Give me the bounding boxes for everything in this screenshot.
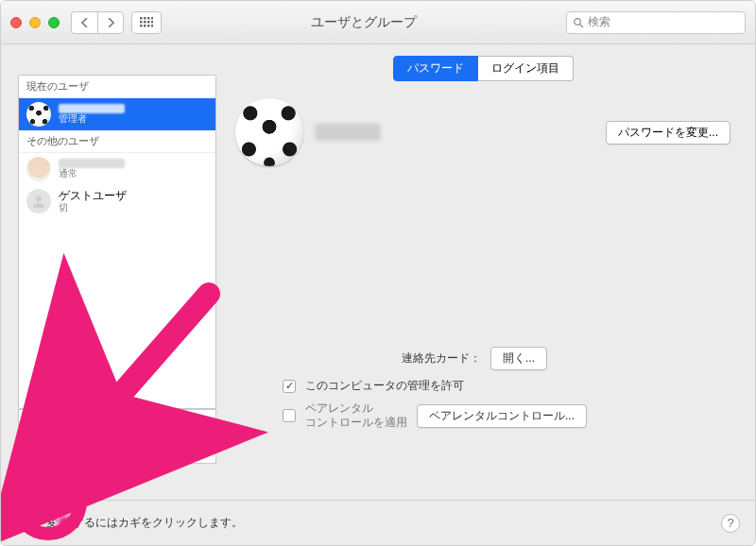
user-row-current[interactable]: 管理者 bbox=[19, 98, 215, 130]
parental-label-line2: コントロールを適用 bbox=[305, 416, 407, 430]
user-row-guest[interactable]: ゲストユーザ 切 bbox=[19, 185, 215, 217]
login-options-row[interactable]: ログイ ション bbox=[18, 409, 216, 441]
open-parental-controls-button[interactable]: ペアレンタルコントロール... bbox=[417, 404, 587, 428]
lock-hint-suffix: するにはカギをクリックします。 bbox=[73, 515, 243, 531]
show-all-prefs-button[interactable] bbox=[131, 11, 162, 34]
section-other-users: その他のユーザ bbox=[19, 130, 215, 153]
svg-rect-4 bbox=[140, 21, 143, 24]
spacer bbox=[68, 441, 215, 463]
window-controls bbox=[10, 17, 60, 28]
grid-icon bbox=[140, 17, 153, 28]
svg-point-12 bbox=[575, 18, 581, 25]
search-icon bbox=[573, 17, 584, 28]
svg-rect-9 bbox=[144, 25, 146, 27]
login-options-label-prefix: ログイ bbox=[51, 418, 85, 434]
main-pane: パスワード ログイン項目 パスワードを変更... 連絡先カード： 開く... こ… bbox=[228, 56, 738, 545]
remove-user-button[interactable]: − bbox=[43, 441, 68, 463]
contacts-card-label: 連絡先カード： bbox=[235, 350, 481, 367]
guest-user-name: ゲストユーザ bbox=[59, 189, 127, 202]
user-role: 通常 bbox=[59, 168, 125, 179]
window-title: ユーザとグループ bbox=[162, 14, 566, 31]
svg-rect-0 bbox=[140, 17, 143, 20]
obscured-text bbox=[93, 418, 159, 432]
help-button[interactable]: ? bbox=[721, 514, 740, 533]
svg-rect-2 bbox=[147, 17, 150, 20]
svg-rect-7 bbox=[151, 21, 153, 24]
add-remove-row: ＋ − bbox=[18, 441, 216, 464]
svg-rect-1 bbox=[144, 17, 146, 20]
section-current-user: 現在のユーザ bbox=[19, 76, 215, 98]
footer: 変 するにはカギをクリックします。 ? bbox=[1, 500, 755, 545]
svg-rect-5 bbox=[144, 21, 146, 24]
guest-user-state: 切 bbox=[59, 202, 127, 213]
svg-point-14 bbox=[36, 196, 42, 202]
allow-admin-label: このコンピュータの管理を許可 bbox=[305, 378, 464, 394]
svg-line-13 bbox=[580, 24, 583, 26]
tab-bar: パスワード ログイン項目 bbox=[228, 56, 738, 81]
lock-hint-prefix: 変 bbox=[46, 515, 58, 531]
sidebar: 現在のユーザ 管理者 その他のユーザ 通常 bbox=[18, 75, 216, 545]
back-button[interactable] bbox=[71, 11, 97, 34]
forward-button[interactable] bbox=[97, 11, 124, 34]
user-display-name-redacted bbox=[315, 124, 381, 141]
search-field[interactable]: 検索 bbox=[566, 11, 746, 34]
tab-login-items[interactable]: ログイン項目 bbox=[478, 56, 574, 81]
zoom-window-button[interactable] bbox=[48, 17, 60, 28]
guest-avatar-icon bbox=[26, 189, 51, 213]
minimize-window-button[interactable] bbox=[29, 17, 41, 28]
lock-icon[interactable] bbox=[16, 511, 37, 536]
obscured-char bbox=[59, 517, 72, 530]
avatar-large[interactable] bbox=[235, 98, 303, 166]
tab-password[interactable]: パスワード bbox=[393, 56, 478, 81]
open-contacts-button[interactable]: 開く... bbox=[490, 347, 547, 370]
svg-rect-3 bbox=[151, 17, 153, 20]
search-placeholder: 検索 bbox=[588, 14, 610, 30]
svg-rect-10 bbox=[147, 25, 150, 27]
nav-back-forward bbox=[71, 11, 124, 34]
avatar-icon bbox=[26, 157, 51, 181]
allow-admin-checkbox[interactable] bbox=[283, 380, 296, 393]
body: 現在のユーザ 管理者 その他のユーザ 通常 bbox=[1, 44, 755, 545]
user-list: 現在のユーザ 管理者 その他のユーザ 通常 bbox=[18, 75, 216, 409]
svg-rect-11 bbox=[151, 25, 153, 27]
add-user-button[interactable]: ＋ bbox=[19, 441, 43, 463]
parental-controls-checkbox[interactable] bbox=[283, 409, 296, 422]
avatar-icon bbox=[26, 102, 51, 127]
user-row-other[interactable]: 通常 bbox=[19, 153, 215, 185]
user-role: 管理者 bbox=[59, 113, 125, 125]
titlebar: ユーザとグループ 検索 bbox=[1, 1, 755, 44]
svg-rect-6 bbox=[147, 21, 150, 24]
parental-label-line1: ペアレンタル bbox=[305, 401, 407, 416]
users-groups-window: ユーザとグループ 検索 現在のユーザ 管理者 その他のユーザ bbox=[0, 0, 756, 546]
settings-area: 連絡先カード： 開く... このコンピュータの管理を許可 ペアレンタル コントロ… bbox=[235, 339, 730, 437]
login-options-label-suffix: ション bbox=[166, 418, 200, 434]
user-name-redacted bbox=[59, 104, 125, 113]
close-window-button[interactable] bbox=[10, 17, 22, 28]
home-icon bbox=[26, 417, 43, 434]
user-header: パスワードを変更... bbox=[228, 94, 738, 170]
svg-rect-8 bbox=[140, 25, 143, 27]
user-name-redacted bbox=[59, 159, 125, 168]
change-password-button[interactable]: パスワードを変更... bbox=[606, 121, 730, 145]
